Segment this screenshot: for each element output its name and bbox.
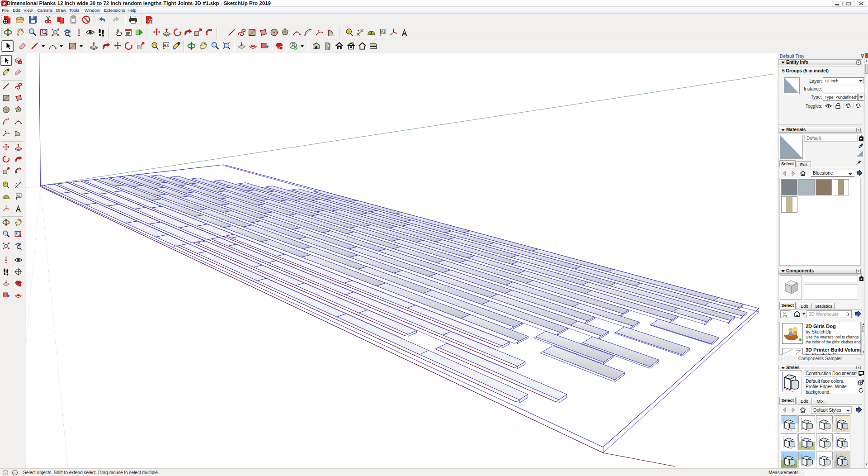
svg-text:?: ? (5, 471, 7, 475)
svg-text:A1: A1 (17, 194, 21, 198)
svg-text:i: i (14, 471, 15, 475)
svg-text:A1: A1 (381, 29, 386, 33)
svg-text:A1: A1 (164, 43, 169, 47)
